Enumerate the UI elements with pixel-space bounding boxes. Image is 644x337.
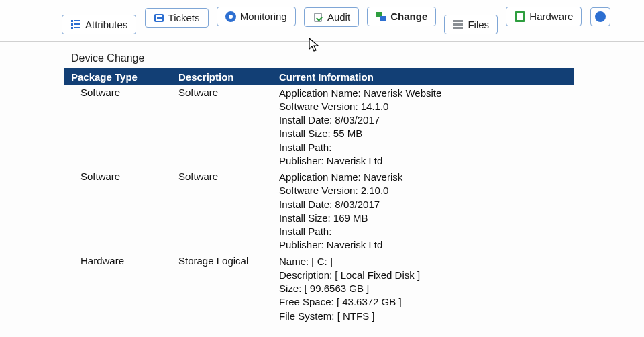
chip-icon bbox=[515, 11, 525, 22]
info-line: Software Version: 2.10.0 bbox=[279, 184, 568, 197]
info-line: Name: [ C: ] bbox=[279, 255, 568, 269]
info-line: Install Date: 8/03/2017 bbox=[279, 113, 568, 127]
tab-hardware[interactable]: Hardware bbox=[506, 7, 582, 26]
info-line: Publisher: Naverisk Ltd bbox=[279, 154, 568, 168]
cell-package-type: Software bbox=[64, 85, 172, 170]
info-line: Free Space: [ 43.6372 GB ] bbox=[279, 295, 568, 309]
table-header-row: Package Type Description Current Informa… bbox=[64, 68, 574, 85]
tab-label: Tickets bbox=[168, 12, 200, 23]
tab-label: Monitoring bbox=[240, 11, 287, 22]
cell-current-information: Application Name: Naverisk WebsiteSoftwa… bbox=[272, 85, 574, 170]
tab-monitoring[interactable]: Monitoring bbox=[217, 7, 296, 26]
info-line: Software Version: 14.1.0 bbox=[279, 100, 568, 113]
info-line: Install Path: bbox=[279, 141, 568, 154]
table-row: SoftwareSoftwareApplication Name: Naveri… bbox=[64, 169, 574, 254]
tab-strip: Attributes Tickets Monitoring Audit Chan… bbox=[0, 0, 644, 42]
col-current-info: Current Information bbox=[272, 68, 574, 85]
col-description: Description bbox=[172, 68, 272, 85]
info-line: Size: [ 99.6563 GB ] bbox=[279, 282, 568, 295]
tab-attributes[interactable]: Attributes bbox=[62, 15, 136, 34]
cell-description: Software bbox=[172, 85, 272, 170]
info-line: Application Name: Naverisk Website bbox=[279, 87, 568, 100]
clipboard-check-icon bbox=[313, 12, 323, 23]
cell-package-type: Hardware bbox=[64, 254, 172, 324]
device-change-table: Package Type Description Current Informa… bbox=[64, 68, 574, 324]
device-change-panel: Device Change Package Type Description C… bbox=[64, 52, 574, 324]
tab-next-cutoff[interactable] bbox=[590, 7, 610, 26]
list-icon bbox=[70, 19, 81, 30]
tab-files[interactable]: Files bbox=[444, 15, 498, 34]
cell-current-information: Name: [ C: ]Description: [ Local Fixed D… bbox=[272, 254, 574, 324]
info-line: Publisher: Naverisk Ltd bbox=[279, 238, 568, 252]
panel-title: Device Change bbox=[71, 52, 574, 64]
tab-tickets[interactable]: Tickets bbox=[145, 8, 209, 28]
files-icon bbox=[453, 19, 464, 30]
cell-package-type: Software bbox=[64, 169, 172, 254]
info-line: Install Path: bbox=[279, 225, 568, 238]
tab-label: Change bbox=[390, 11, 427, 22]
info-line: Install Size: 55 MB bbox=[279, 127, 568, 140]
tab-label: Audit bbox=[327, 11, 350, 23]
change-icon bbox=[376, 11, 386, 22]
tab-label: Attributes bbox=[85, 19, 127, 30]
circle-icon bbox=[595, 11, 606, 22]
ticket-icon bbox=[154, 13, 164, 23]
tab-label: Hardware bbox=[529, 11, 573, 22]
eye-icon bbox=[225, 11, 236, 22]
tab-label: Files bbox=[468, 19, 489, 30]
cell-current-information: Application Name: NaveriskSoftware Versi… bbox=[272, 169, 574, 254]
table-row: SoftwareSoftwareApplication Name: Naveri… bbox=[64, 85, 574, 170]
cell-description: Software bbox=[172, 169, 272, 254]
info-line: Application Name: Naverisk bbox=[279, 171, 568, 184]
col-package-type: Package Type bbox=[64, 68, 172, 85]
info-line: Install Date: 8/03/2017 bbox=[279, 198, 568, 211]
cell-description: Storage Logical bbox=[172, 254, 272, 324]
tab-change[interactable]: Change bbox=[367, 7, 436, 26]
tab-audit[interactable]: Audit bbox=[304, 7, 359, 27]
table-row: HardwareStorage LogicalName: [ C: ]Descr… bbox=[64, 254, 574, 324]
info-line: Install Size: 169 MB bbox=[279, 211, 568, 225]
info-line: Description: [ Local Fixed Disk ] bbox=[279, 269, 568, 282]
info-line: File System: [ NTFS ] bbox=[279, 309, 568, 323]
